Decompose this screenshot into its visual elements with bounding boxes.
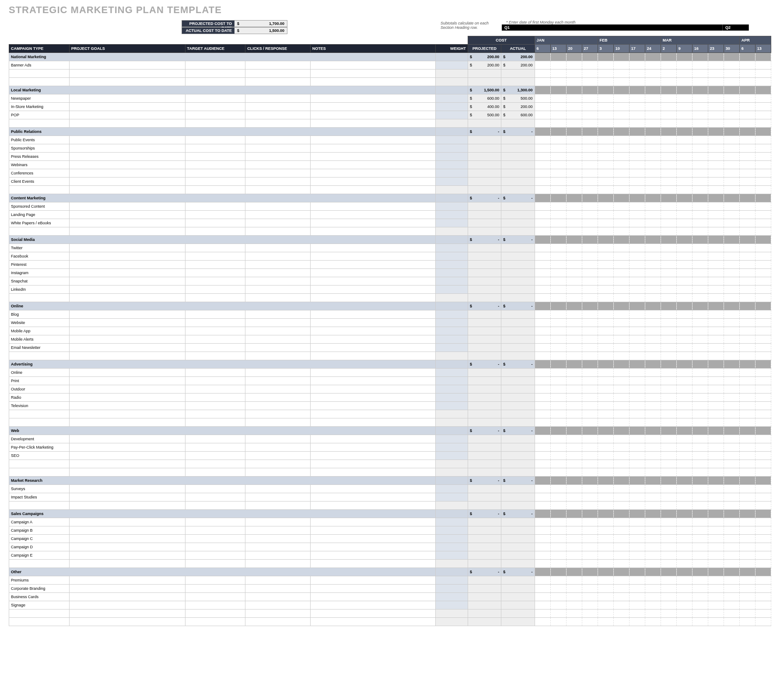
projected-cell[interactable]: $600.00	[468, 94, 501, 103]
goals-cell[interactable]	[69, 443, 185, 452]
gantt-cell[interactable]	[676, 78, 692, 86]
gantt-cell[interactable]	[676, 136, 692, 144]
gantt-cell[interactable]	[755, 452, 771, 460]
audience-cell[interactable]	[185, 518, 245, 526]
clicks-cell[interactable]	[245, 169, 310, 178]
gantt-cell[interactable]	[629, 601, 645, 609]
gantt-cell[interactable]	[755, 369, 771, 377]
gantt-cell[interactable]	[739, 219, 755, 227]
weight-cell[interactable]	[435, 601, 468, 609]
data-row[interactable]: Mobile App	[9, 327, 771, 335]
gantt-cell[interactable]	[582, 369, 598, 377]
cell[interactable]	[185, 78, 245, 86]
gantt-cell[interactable]	[692, 111, 708, 119]
weight-cell[interactable]	[435, 136, 468, 144]
gantt-cell[interactable]	[708, 227, 724, 236]
gantt-cell[interactable]	[629, 510, 645, 518]
gantt-cell[interactable]	[566, 219, 582, 227]
campaign-name-cell[interactable]: Press Releases	[9, 153, 70, 161]
gantt-cell[interactable]	[739, 186, 755, 194]
gantt-cell[interactable]	[645, 61, 661, 70]
gantt-cell[interactable]	[692, 427, 708, 435]
gantt-cell[interactable]	[724, 510, 739, 518]
goals-cell[interactable]	[69, 385, 185, 394]
gantt-cell[interactable]	[755, 518, 771, 526]
gantt-cell[interactable]	[598, 128, 613, 136]
projected-cell[interactable]	[468, 211, 501, 219]
notes-cell[interactable]	[310, 369, 435, 377]
gantt-cell[interactable]	[755, 510, 771, 518]
actual-cell[interactable]	[501, 202, 535, 211]
weight-cell[interactable]	[435, 618, 468, 626]
gantt-cell[interactable]	[708, 560, 724, 568]
gantt-cell[interactable]	[550, 377, 566, 385]
gantt-cell[interactable]	[598, 493, 613, 501]
gantt-cell[interactable]	[692, 551, 708, 560]
blank-row[interactable]	[9, 70, 771, 78]
gantt-cell[interactable]	[629, 61, 645, 70]
goals-cell[interactable]	[69, 219, 185, 227]
gantt-cell[interactable]	[676, 144, 692, 153]
gantt-cell[interactable]	[676, 427, 692, 435]
gantt-cell[interactable]	[692, 560, 708, 568]
gantt-cell[interactable]	[582, 61, 598, 70]
gantt-cell[interactable]	[613, 609, 629, 618]
cell[interactable]	[310, 618, 435, 626]
gantt-cell[interactable]	[629, 219, 645, 227]
projected-cell[interactable]	[468, 593, 501, 601]
weight-cell[interactable]	[435, 128, 468, 136]
gantt-cell[interactable]	[550, 360, 566, 369]
cell[interactable]	[9, 460, 70, 468]
gantt-cell[interactable]	[582, 535, 598, 543]
gantt-cell[interactable]	[692, 335, 708, 344]
goals-cell[interactable]	[69, 551, 185, 560]
gantt-cell[interactable]	[535, 576, 550, 585]
cell[interactable]	[185, 560, 245, 568]
gantt-cell[interactable]	[550, 86, 566, 94]
cell[interactable]	[69, 560, 185, 568]
actual-cell[interactable]	[501, 335, 535, 344]
gantt-cell[interactable]	[724, 236, 739, 244]
gantt-cell[interactable]	[613, 335, 629, 344]
campaign-name-cell[interactable]: Banner Ads	[9, 61, 70, 70]
gantt-cell[interactable]	[629, 78, 645, 86]
gantt-cell[interactable]	[598, 576, 613, 585]
actual-cell[interactable]	[501, 269, 535, 277]
gantt-cell[interactable]	[739, 227, 755, 236]
gantt-cell[interactable]	[755, 410, 771, 418]
clicks-cell[interactable]	[245, 551, 310, 560]
gantt-cell[interactable]	[550, 344, 566, 352]
gantt-cell[interactable]	[535, 501, 550, 510]
gantt-cell[interactable]	[613, 244, 629, 252]
gantt-cell[interactable]	[724, 94, 739, 103]
gantt-cell[interactable]	[535, 335, 550, 344]
gantt-cell[interactable]	[692, 219, 708, 227]
gantt-cell[interactable]	[755, 435, 771, 443]
weight-cell[interactable]	[435, 302, 468, 310]
gantt-cell[interactable]	[566, 543, 582, 551]
actual-cell[interactable]	[501, 609, 535, 618]
notes-cell[interactable]	[310, 319, 435, 327]
projected-cell[interactable]	[468, 551, 501, 560]
data-row[interactable]: Impact Studies	[9, 493, 771, 501]
gantt-cell[interactable]	[645, 269, 661, 277]
gantt-cell[interactable]	[535, 568, 550, 576]
gantt-cell[interactable]	[708, 161, 724, 169]
gantt-cell[interactable]	[755, 427, 771, 435]
gantt-cell[interactable]	[629, 501, 645, 510]
gantt-cell[interactable]	[708, 302, 724, 310]
gantt-cell[interactable]	[676, 319, 692, 327]
section-header-row[interactable]: Other$-$-	[9, 568, 771, 576]
gantt-cell[interactable]	[692, 418, 708, 427]
gantt-cell[interactable]	[676, 609, 692, 618]
gantt-cell[interactable]	[629, 327, 645, 335]
gantt-cell[interactable]	[535, 202, 550, 211]
gantt-cell[interactable]	[676, 94, 692, 103]
gantt-cell[interactable]	[692, 609, 708, 618]
data-row[interactable]: In-Store Marketing$400.00$200.00	[9, 103, 771, 111]
data-row[interactable]: Campaign E	[9, 551, 771, 560]
gantt-cell[interactable]	[566, 269, 582, 277]
weight-cell[interactable]	[435, 344, 468, 352]
gantt-cell[interactable]	[739, 427, 755, 435]
actual-cell[interactable]	[501, 526, 535, 535]
